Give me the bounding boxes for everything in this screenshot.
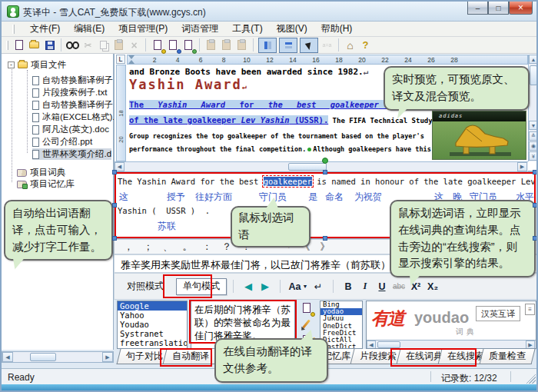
vertical-ruler[interactable]: 18 20 [116,65,126,161]
tree-item-dictionary[interactable]: 项目词典 [17,167,65,178]
list-item[interactable]: Yahoo [118,311,187,320]
minimize-button[interactable]: – [467,2,488,15]
list-item[interactable]: freetranslation [118,338,187,347]
menu-file[interactable]: 文件(F) [30,22,60,35]
single-sentence-mode-button[interactable]: 单句模式 [176,278,227,295]
export-document-icon[interactable] [151,38,164,51]
gloss-term[interactable]: 这 [119,191,128,204]
preview-horizontal-scrollbar[interactable]: ◀ ▶ [115,161,528,171]
tab-auto-translate[interactable]: 自动翻译 [163,349,219,364]
horizontal-ruler[interactable]: 246810121416182022242628 [127,55,528,65]
tree-item-memory[interactable]: 项目记忆库 [17,178,75,190]
gloss-term[interactable]: 命名 [325,191,344,204]
selection-handle[interactable] [533,170,537,174]
punct-button[interactable]: ， [124,241,134,254]
tree-item-file[interactable]: 冰箱(EXCEL格式). [32,111,115,123]
help-icon[interactable] [359,38,372,51]
punct-button[interactable]: ？ [222,241,232,254]
underline-button[interactable]: U [374,278,390,295]
close-button[interactable]: × [509,2,533,15]
tree-item-file[interactable]: 自动替换翻译例子 [32,75,113,86]
tree-root-project-files[interactable]: - 项目文件 [8,59,66,71]
scroll-left-icon[interactable]: ◀ [367,341,376,349]
scroll-up-icon[interactable]: ▲ [529,55,538,64]
superscript-button[interactable]: X² [407,278,424,295]
tree-item-file[interactable]: 片段搜索例子.txt [32,87,107,98]
save-icon[interactable] [43,38,56,51]
layout-split-view-icon[interactable] [258,38,277,53]
font-button[interactable]: Aa▼ [287,278,310,295]
edit-result-icon[interactable] [300,317,313,331]
menu-project[interactable]: 项目管理(P) [118,22,168,35]
scroll-down-icon[interactable]: ▼ [529,121,538,130]
selection-handle[interactable] [112,170,117,174]
save-project-icon[interactable] [166,38,179,51]
confirm-enter-icon[interactable]: ↵ [310,278,327,295]
gloss-term[interactable]: 苏联 [158,220,176,233]
gloss-term[interactable]: 往好方面 [195,191,232,204]
scroll-thumb[interactable] [288,163,327,171]
indent-marker-icon[interactable] [128,60,134,64]
list-item[interactable]: Youdao [118,320,187,329]
dictionary-horizontal-scrollbar[interactable]: ◀ ▶ [367,340,536,349]
scroll-thumb[interactable] [530,65,537,85]
browse-previous-icon[interactable]: ≛ [529,131,538,141]
mt-engine-list[interactable]: Google Yahoo Youdao Systranet freetransl… [117,301,188,349]
scroll-thumb[interactable] [30,353,56,361]
scroll-right-icon[interactable]: ▶ [517,162,527,171]
punct-button[interactable]: ； [144,241,154,254]
select-mode-icon[interactable] [300,38,318,53]
browse-select-icon[interactable]: ◉ [529,141,538,151]
menu-terms[interactable]: 词语管理 [181,22,218,35]
scroll-thumb[interactable] [377,341,400,348]
tree-item-file[interactable]: 自动替换翻译例子 [32,99,113,111]
punct-button[interactable]: 、 [163,241,173,254]
rotation-handle[interactable] [322,158,328,164]
strikethrough-button[interactable]: abc [390,278,407,295]
find-icon[interactable] [66,38,79,51]
selection-handle[interactable] [323,170,327,174]
next-segment-icon[interactable]: ▶ [257,278,274,295]
punct-button[interactable]: 。 [183,241,193,254]
tree-item-file-selected[interactable]: 世界杯奖项介绍.d [32,148,111,160]
browse-next-icon[interactable]: ¥ [529,151,538,161]
layout-preview-icon[interactable] [279,38,297,53]
punct-button[interactable]: ： [202,241,212,254]
menu-help[interactable]: 帮助(H) [321,22,353,35]
selection-handle[interactable] [533,203,537,208]
collapse-icon[interactable]: - [8,61,15,68]
dictionary-mode-button[interactable]: 汉英互译 [476,306,520,321]
tree-item-file[interactable]: 阿凡达(英文).doc [32,124,109,135]
sidebar-horizontal-scrollbar[interactable]: ◀ ▶ [2,351,114,363]
preview-vertical-scrollbar[interactable]: ▲ ▼ ≛ ◉ ¥ [528,55,538,161]
gloss-term[interactable]: 授予 [167,191,185,204]
subscript-button[interactable]: X₂ [424,278,441,295]
italic-button[interactable]: I [357,278,374,295]
selection-handle[interactable] [112,203,117,208]
menu-view[interactable]: 视图(V) [277,22,307,35]
punct-button[interactable]: 》 [320,241,330,254]
scroll-left-icon[interactable]: ◀ [2,352,13,362]
previous-segment-icon[interactable]: ◀ [240,278,257,295]
gloss-term[interactable]: 是 [308,191,317,204]
bold-button[interactable]: B [340,278,357,295]
selected-word[interactable]: goalkeeper [264,177,312,186]
tab-stop-selector[interactable]: L [116,55,125,64]
tab-quality-check[interactable]: 质量检查 [480,349,536,364]
selection-handle[interactable] [112,236,117,241]
resize-grip[interactable] [526,374,536,384]
menu-tools[interactable]: 工具(T) [232,22,262,35]
compare-mode-button[interactable]: 对照模式 [121,278,170,295]
selection-handle[interactable] [533,236,537,241]
scroll-right-icon[interactable]: ▶ [526,341,535,349]
open-file-icon[interactable] [28,38,41,51]
tree-item-file[interactable]: 公司介绍.ppt [32,136,92,148]
home-icon[interactable] [344,38,357,51]
indent-marker-icon[interactable] [128,55,134,59]
import-document-icon[interactable] [181,38,194,51]
list-item-selected[interactable]: Google [118,301,187,311]
list-item[interactable]: Systranet [118,329,187,338]
menu-edit[interactable]: 编辑(E) [74,22,105,35]
gloss-term[interactable]: 为祝贺 [354,191,382,204]
new-document-icon[interactable] [12,38,25,51]
